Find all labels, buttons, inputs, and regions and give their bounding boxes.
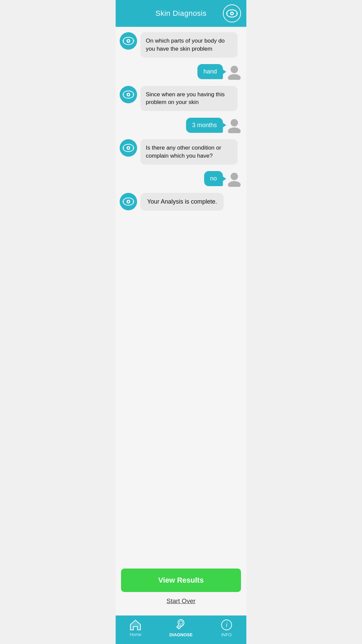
user-message-2: 3 months [120, 117, 242, 133]
user-bubble-2: 3 months [186, 118, 223, 133]
bot-message-1: On which parts of your body do you have … [120, 32, 242, 58]
svg-point-14 [128, 94, 129, 95]
svg-point-24 [231, 173, 238, 180]
svg-point-17 [231, 119, 238, 126]
app-header: Skin Diagnosis [116, 0, 246, 27]
svg-point-11 [228, 74, 241, 80]
svg-point-18 [228, 127, 241, 133]
bot-message-4: Your Analysis is complete. [120, 193, 242, 211]
bot-bubble-1: On which parts of your body do you have … [140, 32, 238, 58]
header-title: Skin Diagnosis [156, 9, 207, 18]
header-eye-icon[interactable] [223, 4, 241, 22]
bot-avatar-1 [120, 32, 137, 50]
svg-point-31 [179, 621, 183, 624]
user-avatar-2 [226, 117, 242, 133]
buttons-area: View Results Start Over [116, 565, 246, 615]
nav-diagnose[interactable]: DIAGNOSE [169, 619, 192, 637]
bot-avatar-4 [120, 193, 137, 210]
bot-message-3: Is there any other condition or complain… [120, 139, 242, 165]
svg-text:i: i [226, 622, 227, 628]
user-bubble-3: no [204, 171, 223, 186]
nav-diagnose-label: DIAGNOSE [169, 632, 192, 637]
user-message-3: no [120, 171, 242, 187]
svg-point-25 [228, 181, 241, 187]
bot-avatar-2 [120, 86, 137, 103]
svg-point-2 [231, 13, 233, 14]
nav-info[interactable]: i INFO [221, 619, 233, 637]
user-avatar-1 [226, 64, 242, 80]
bot-avatar-3 [120, 139, 137, 157]
bot-bubble-3: Is there any other condition or complain… [140, 139, 238, 165]
view-results-button[interactable]: View Results [121, 569, 241, 592]
svg-point-10 [231, 66, 238, 73]
bot-message-2: Since when are you having this problem o… [120, 86, 242, 111]
chat-area: On which parts of your body do you have … [116, 27, 246, 565]
user-bubble-1: hand [197, 64, 223, 79]
nav-info-label: INFO [221, 632, 232, 637]
nav-home[interactable]: Home [129, 619, 141, 637]
svg-point-21 [128, 147, 129, 149]
analysis-bubble: Your Analysis is complete. [140, 193, 224, 211]
svg-point-28 [128, 201, 129, 202]
bottom-nav: Home DIAGNOSE i INFO [116, 615, 246, 644]
nav-home-label: Home [130, 632, 141, 637]
start-over-button[interactable]: Start Over [121, 592, 241, 610]
svg-point-7 [128, 40, 129, 42]
bot-bubble-2: Since when are you having this problem o… [140, 86, 238, 111]
user-message-1: hand [120, 64, 242, 80]
user-avatar-3 [226, 171, 242, 187]
